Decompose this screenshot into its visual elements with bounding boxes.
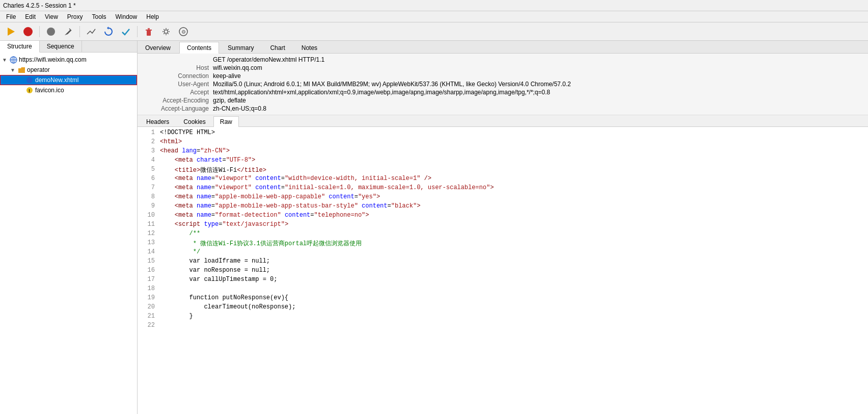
info-value: zh-CN,en-US;q=0.8 <box>213 105 864 112</box>
tree-icon-globe <box>9 56 17 64</box>
tree-label: favicon.ico <box>35 87 64 94</box>
code-line: 2<html> <box>138 138 868 147</box>
tree-label: operator <box>27 66 50 73</box>
tree-arrow[interactable]: ▼ <box>2 57 9 63</box>
throttle-button[interactable] <box>43 24 59 39</box>
info-row: Hostwifi.weixin.qq.com <box>138 64 868 72</box>
line-content: <meta charset="UTF-8"> <box>160 157 866 164</box>
refresh-button[interactable] <box>101 24 116 39</box>
right-panel: OverviewContentsSummaryChartNotes GET /o… <box>138 41 868 414</box>
stop-button[interactable] <box>20 24 36 39</box>
info-value: keep-alive <box>213 72 864 80</box>
sub-tab-headers[interactable]: Headers <box>140 116 176 127</box>
line-content: <meta name="viewport" content="initial-s… <box>160 184 866 191</box>
line-number: 5 <box>140 166 160 173</box>
title-text: Charles 4.2.5 - Session 1 * <box>3 2 76 9</box>
line-number: 14 <box>140 248 160 255</box>
tree-item-demoNew-xhtml[interactable]: demoNew.xhtml <box>0 75 137 85</box>
line-number: 9 <box>140 202 160 210</box>
info-label: Accept <box>142 89 213 96</box>
info-row: Accept-Encodinggzip, deflate <box>138 96 868 105</box>
toolbar: ⚙ <box>0 22 868 41</box>
code-line: 22 <box>138 322 868 331</box>
line-number: 17 <box>140 276 160 283</box>
line-content: <meta name="apple-mobile-web-app-capable… <box>160 193 866 200</box>
code-line: 15 var loadIframe = null; <box>138 257 868 267</box>
tree-item-operator[interactable]: ▼operator <box>0 65 137 75</box>
line-content: <html> <box>160 138 866 145</box>
tick-button[interactable] <box>118 24 133 39</box>
right-tab-overview[interactable]: Overview <box>138 42 178 54</box>
line-number: 8 <box>140 193 160 200</box>
line-number: 21 <box>140 313 160 320</box>
svg-marker-5 <box>107 27 108 30</box>
sub-tab-cookies[interactable]: Cookies <box>177 116 212 127</box>
info-value: GET /operator/demoNew.xhtml HTTP/1.1 <box>213 56 864 63</box>
line-content: */ <box>160 248 866 255</box>
menu-item-window[interactable]: Window <box>112 12 142 21</box>
line-number: 1 <box>140 129 160 136</box>
svg-rect-8 <box>148 28 150 30</box>
right-tab-chart[interactable]: Chart <box>262 42 292 54</box>
code-area[interactable]: 1<!DOCTYPE HTML>2<html>3<head lang="zh-C… <box>138 127 868 414</box>
code-line: 7 <meta name="viewport" content="initial… <box>138 184 868 193</box>
line-content: clearTimeout(noResponse); <box>160 303 866 310</box>
line-content: <title>微信连Wi-Fi</title> <box>160 166 866 174</box>
line-number: 3 <box>140 147 160 154</box>
left-panel-tabs: StructureSequence <box>0 41 137 53</box>
info-label: Accept-Language <box>142 105 213 112</box>
line-number: 16 <box>140 267 160 274</box>
line-number: 11 <box>140 221 160 228</box>
title-bar: Charles 4.2.5 - Session 1 * <box>0 0 868 11</box>
line-content: /** <box>160 230 866 237</box>
line-number: 6 <box>140 175 160 182</box>
start-button[interactable] <box>3 24 18 39</box>
tree-area[interactable]: ▼https://wifi.weixin.qq.com▼operatordemo… <box>0 53 137 414</box>
menu-item-tools[interactable]: Tools <box>88 12 111 21</box>
info-row: GET /operator/demoNew.xhtml HTTP/1.1 <box>138 56 868 64</box>
toolbar-separator <box>79 26 80 37</box>
right-tab-contents[interactable]: Contents <box>179 42 219 54</box>
sub-tab-raw[interactable]: Raw <box>213 116 239 127</box>
info-label: Connection <box>142 72 213 80</box>
clear-button[interactable] <box>141 24 156 39</box>
compose-button[interactable] <box>84 24 99 39</box>
right-tab-summary[interactable]: Summary <box>220 42 261 54</box>
tree-label: https://wifi.weixin.qq.com <box>19 56 87 63</box>
tree-item-favicon-ico[interactable]: !favicon.ico <box>0 85 137 95</box>
rewrite-button[interactable] <box>61 24 76 39</box>
menu-item-proxy[interactable]: Proxy <box>63 12 87 21</box>
tools-button[interactable]: ⚙ <box>176 24 191 39</box>
menu-item-help[interactable]: Help <box>142 12 163 21</box>
info-value: gzip, deflate <box>213 97 864 104</box>
line-content: <head lang="zh-CN"> <box>160 147 866 154</box>
line-content: var loadIframe = null; <box>160 257 866 265</box>
left-tab-sequence[interactable]: Sequence <box>40 41 82 52</box>
code-line: 6 <meta name="viewport" content="width=d… <box>138 175 868 184</box>
menu-item-view[interactable]: View <box>41 12 62 21</box>
code-line: 21 } <box>138 313 868 322</box>
menu-item-file[interactable]: File <box>2 12 20 21</box>
code-line: 5 <title>微信连Wi-Fi</title> <box>138 166 868 175</box>
svg-text:!: ! <box>29 88 30 93</box>
svg-point-2 <box>47 28 55 36</box>
info-label: User-Agent <box>142 81 213 88</box>
line-content: <meta name="apple-mobile-web-app-status-… <box>160 202 866 210</box>
main-layout: StructureSequence ▼https://wifi.weixin.q… <box>0 41 868 414</box>
code-line: 11 <script type="text/javascript"> <box>138 221 868 230</box>
tree-arrow[interactable]: ▼ <box>10 67 17 73</box>
tree-icon-warn: ! <box>25 86 34 94</box>
right-tab-notes[interactable]: Notes <box>294 42 325 54</box>
line-content: <!DOCTYPE HTML> <box>160 129 866 136</box>
line-number: 15 <box>140 257 160 265</box>
settings-button[interactable] <box>158 24 174 39</box>
line-content: } <box>160 313 866 320</box>
line-content: <meta name="viewport" content="width=dev… <box>160 175 866 182</box>
svg-rect-6 <box>147 31 151 36</box>
menu-item-edit[interactable]: Edit <box>21 12 40 21</box>
svg-point-16 <box>26 77 33 83</box>
code-line: 10 <meta name="format-detection" content… <box>138 212 868 221</box>
left-tab-structure[interactable]: Structure <box>0 41 40 53</box>
tree-item-https---wifi-weixin-qq-com[interactable]: ▼https://wifi.weixin.qq.com <box>0 55 137 65</box>
line-number: 22 <box>140 322 160 329</box>
